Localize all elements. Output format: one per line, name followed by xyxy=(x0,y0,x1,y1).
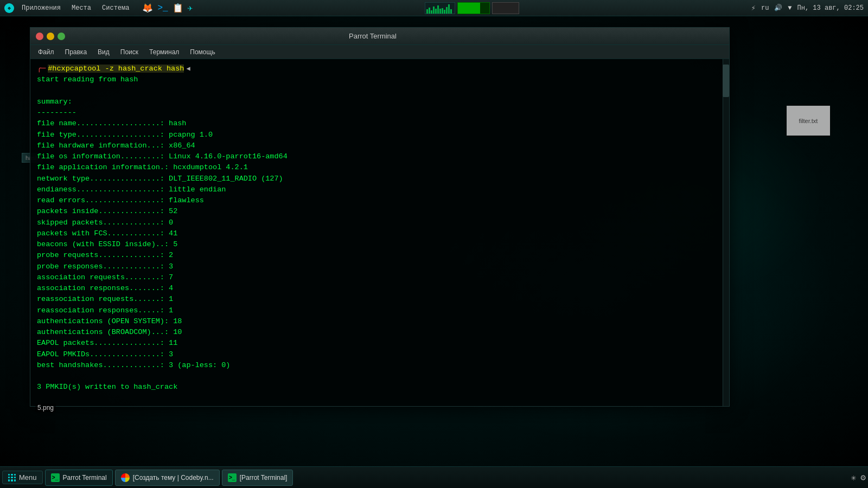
bluetooth-icon[interactable]: ⚡ xyxy=(751,3,756,12)
file-preview: filter.txt xyxy=(787,106,830,136)
cpu-bar xyxy=(431,10,432,13)
grid-dot xyxy=(8,477,10,478)
auth-broadcom-line: authentications (BROADCOM)...: 10 xyxy=(37,327,723,338)
cpu-bar xyxy=(448,4,450,13)
title-bar: Parrot Terminal xyxy=(30,28,729,45)
menu-button[interactable]: Menu xyxy=(2,471,43,484)
skipped-packets-line: skipped packets.............: 0 xyxy=(37,217,723,228)
taskbar-right: ✳ ⚙ xyxy=(851,472,866,483)
eapol-pmkid-line: EAPOL PMKIDs................: 3 xyxy=(37,349,723,360)
prompt-dash-bracket: ]─[ xyxy=(98,404,111,406)
menu-terminal[interactable]: Терминал xyxy=(145,47,183,57)
taskbar-bottom: Menu >_ Parrot Terminal [Создать тему | … xyxy=(0,466,868,488)
network-widget xyxy=(492,2,519,14)
menu-bar: Файл Правка Вид Поиск Терминал Помощь xyxy=(30,45,729,59)
cpu-bar xyxy=(435,9,437,14)
scrollbar[interactable] xyxy=(723,59,729,406)
scrollbar-thumb[interactable] xyxy=(723,65,729,97)
taskbar-app-terminal2[interactable]: >_ [Parrot Terminal] xyxy=(222,470,293,486)
terminal-top-icon[interactable]: >_ xyxy=(157,3,168,13)
menu-file[interactable]: Файл xyxy=(34,47,59,57)
memory-fill xyxy=(458,3,480,14)
empty-line-2 xyxy=(37,371,723,382)
cursor-pos: ◀ xyxy=(186,64,190,74)
grid-dot xyxy=(11,474,12,476)
reassoc-resp-line: reassociation responses.....: 1 xyxy=(37,305,723,316)
menu-edit[interactable]: Правка xyxy=(61,47,92,57)
terminal-app-label: Parrot Terminal xyxy=(63,474,107,481)
firefox-icon[interactable]: 🦊 xyxy=(142,3,153,14)
taskbar-app-browser[interactable]: [Создать тему | Codeby.n... xyxy=(115,470,220,486)
probe-resp-line: probe responses.............: 3 xyxy=(37,261,723,272)
desktop-folder[interactable]: filter.txt xyxy=(787,106,830,136)
cpu-bar xyxy=(450,9,452,13)
menu-search[interactable]: Поиск xyxy=(116,47,143,57)
tray-settings-icon[interactable]: ⚙ xyxy=(860,472,866,483)
sound-icon[interactable]: 🔊 xyxy=(774,4,782,12)
file-os-line: file os information.........: Linux 4.16… xyxy=(37,151,723,162)
prompt-left-bracket: ╭─ xyxy=(37,63,46,74)
maximize-button[interactable] xyxy=(58,33,65,40)
file-name-line: file name...................: hash xyxy=(37,118,723,129)
grid-menu-icon xyxy=(8,474,16,481)
command-text: #hcxpcaptool -z hash_crack hash xyxy=(48,63,184,74)
window-title: Parrot Terminal xyxy=(349,32,397,40)
browser-app-icon xyxy=(121,473,130,482)
taskbar-top-right: ⚡ ru 🔊 ▼ Пн, 13 авг, 02:25 xyxy=(751,3,864,12)
desktop: filter.txt hash Parrot Terminal Файл Пра… xyxy=(0,16,868,472)
command-line: ╭─ #hcxpcaptool -z hash_crack hash ◀ xyxy=(37,63,723,74)
browser-app-label: [Создать тему | Codeby.n... xyxy=(133,474,214,481)
file-type-line: file type...................: pcapng 1.0 xyxy=(37,130,723,140)
packets-fcs-line: packets with FCS............: 41 xyxy=(37,228,723,239)
close-button[interactable] xyxy=(36,33,43,40)
terminal-app-icon: >_ xyxy=(51,473,60,482)
cpu-widget xyxy=(425,2,455,14)
best-handshakes-line: best handshakes.............: 3 (ap-less… xyxy=(37,360,723,371)
menu-view[interactable]: Вид xyxy=(93,47,114,57)
app-icon-2[interactable]: ✈ xyxy=(188,3,193,14)
cpu-bar xyxy=(444,10,445,13)
file-app-line: file application information.: hcxdumpto… xyxy=(37,162,723,173)
prompt-at-sign: @ xyxy=(68,404,72,406)
prompt-close-bracket: ] xyxy=(187,404,191,406)
system-icon[interactable]: ❖ xyxy=(4,3,14,13)
grid-dot xyxy=(14,477,16,478)
network-icon[interactable]: ▼ xyxy=(788,4,792,12)
lang-indicator: ru xyxy=(761,4,769,12)
new-prompt-line: ╭─[ root @ parrot ]─[ /home/max/Desktop … xyxy=(37,404,723,406)
summary-label: summary: xyxy=(37,97,723,107)
tray-asterisk-icon[interactable]: ✳ xyxy=(851,472,857,483)
command-input: #hcxpcaptool -z hash_crack hash xyxy=(48,65,184,73)
app-icon-1[interactable]: 📋 xyxy=(173,3,183,14)
pmkid-written-line: 3 PMKID(s) written to hash_crack xyxy=(37,382,723,393)
taskbar-widgets xyxy=(425,2,519,14)
menu-places[interactable]: Места xyxy=(68,3,94,13)
grid-dot xyxy=(11,479,12,481)
read-errors-line: read errors.................: flawless xyxy=(37,195,723,206)
taskbar-top: ❖ Приложения Места Система 🦊 >_ 📋 ✈ xyxy=(0,0,868,16)
assoc-req-line: association requests........: 7 xyxy=(37,272,723,283)
empty-line-3 xyxy=(37,393,723,404)
menu-applications[interactable]: Приложения xyxy=(18,3,64,13)
cpu-bar xyxy=(442,8,443,14)
auth-open-line: authentications (OPEN SYSTEM): 18 xyxy=(37,316,723,327)
grid-dot xyxy=(11,477,12,478)
menu-system[interactable]: Система xyxy=(99,3,132,13)
menu-help[interactable]: Помощь xyxy=(186,47,219,57)
terminal-content[interactable]: ╭─ #hcxpcaptool -z hash_crack hash ◀ sta… xyxy=(30,59,729,406)
cpu-bar xyxy=(446,7,448,14)
beacons-line: beacons (with ESSID inside)..: 5 xyxy=(37,239,723,250)
probe-req-line: probe requests..............: 2 xyxy=(37,250,723,261)
assoc-resp-line: association responses.......: 4 xyxy=(37,283,723,294)
grid-dot xyxy=(8,479,10,481)
grid-dot xyxy=(14,479,16,481)
taskbar-app-terminal[interactable]: >_ Parrot Terminal xyxy=(45,470,113,486)
datetime: Пн, 13 авг, 02:25 xyxy=(797,4,864,12)
network-type-line: network type................: DLT_IEEE80… xyxy=(37,174,723,184)
separator-line: --------- xyxy=(37,107,723,118)
packets-inside-line: packets inside..............: 52 xyxy=(37,206,723,217)
window-controls xyxy=(36,33,65,40)
file-hw-line: file hardware information...: x86_64 xyxy=(37,140,723,151)
cpu-bar xyxy=(433,7,435,14)
minimize-button[interactable] xyxy=(47,33,54,40)
